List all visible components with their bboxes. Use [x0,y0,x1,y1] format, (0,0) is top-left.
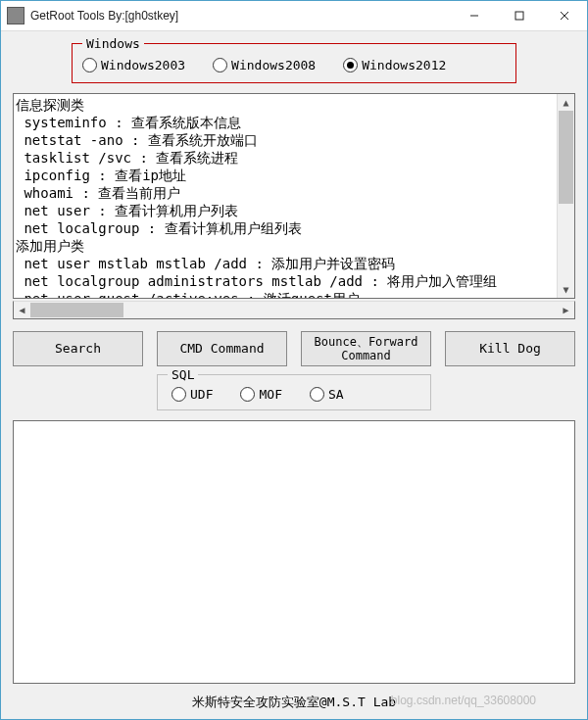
sql-radio-mof[interactable]: MOF [240,387,281,402]
scroll-down-arrow-icon[interactable]: ▼ [558,281,574,298]
sql-radio-sa[interactable]: SA [310,387,344,402]
scroll-left-arrow-icon[interactable]: ◄ [14,302,30,318]
scroll-right-arrow-icon[interactable]: ► [558,302,574,318]
close-button[interactable] [542,1,587,30]
radio-icon [240,387,255,402]
os-radio-label: Windows2003 [101,58,185,72]
app-icon [7,7,24,24]
command-text[interactable]: 信息探测类 systeminfo : 查看系统版本信息 netstat -ano… [14,94,557,298]
scroll-track[interactable] [558,111,574,281]
radio-icon [343,58,358,72]
svg-rect-1 [515,12,523,20]
radio-icon [82,58,97,72]
sql-groupbox: SQL UDFMOFSA [157,374,431,410]
kill-dog-button[interactable]: Kill Dog [445,331,575,366]
minimize-icon [469,11,479,21]
maximize-button[interactable] [497,1,542,30]
titlebar: GetRoot Tools By:[gh0stkey] [1,1,587,31]
window-title: GetRoot Tools By:[gh0stkey] [30,9,452,23]
os-group-legend: Windows [82,36,144,51]
app-window: GetRoot Tools By:[gh0stkey] Windows Wind… [0,0,588,720]
scroll-thumb[interactable] [559,111,573,204]
os-radio-windows2008[interactable]: Windows2008 [213,58,316,72]
output-textarea[interactable] [13,420,575,684]
scroll-up-arrow-icon[interactable]: ▲ [558,94,574,111]
sql-group-legend: SQL [168,367,198,382]
search-button[interactable]: Search [13,331,143,366]
hscroll-thumb[interactable] [30,303,123,317]
footer-text: 米斯特安全攻防实验室@M.S.T Lab [192,695,396,709]
sql-radio-label: MOF [259,387,281,402]
sql-radio-label: SA [328,387,344,402]
radio-icon [310,387,324,402]
command-textarea[interactable]: 信息探测类 systeminfo : 查看系统版本信息 netstat -ano… [13,93,575,299]
cmd-command-button[interactable]: CMD Command [157,331,287,366]
watermark-text: blog.csdn.net/qq_33608000 [391,694,536,707]
radio-icon [213,58,227,72]
vertical-scrollbar[interactable]: ▲ ▼ [557,94,574,298]
os-radio-windows2012[interactable]: Windows2012 [343,58,446,72]
sql-radio-udf[interactable]: UDF [172,387,213,402]
os-radio-label: Windows2012 [362,58,446,72]
bounce-forward-button[interactable]: Bounce、Forward Command [301,331,431,366]
radio-icon [172,387,186,402]
sql-radio-label: UDF [190,387,213,402]
button-row: Search CMD Command Bounce、Forward Comman… [13,331,575,366]
client-area: Windows Windows2003Windows2008Windows201… [1,31,587,719]
horizontal-scrollbar[interactable]: ◄ ► [13,301,575,319]
minimize-button[interactable] [452,1,497,30]
footer: 米斯特安全攻防实验室@M.S.T Lab blog.csdn.net/qq_33… [13,692,575,715]
close-icon [560,11,569,21]
hscroll-track[interactable] [30,302,558,318]
os-radio-label: Windows2008 [231,58,316,72]
os-groupbox: Windows Windows2003Windows2008Windows201… [72,43,516,83]
os-radio-windows2003[interactable]: Windows2003 [82,58,185,72]
maximize-icon [514,11,524,21]
